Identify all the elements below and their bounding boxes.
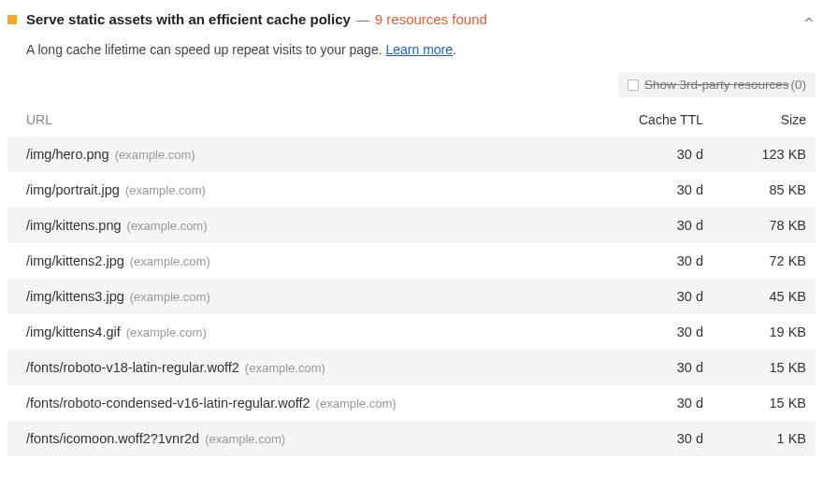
column-header-size[interactable]: Size xyxy=(703,112,806,127)
third-party-count: (0) xyxy=(791,78,807,92)
cell-url: /img/kittens3.jpg(example.com) xyxy=(26,289,591,304)
table-row[interactable]: /img/portrait.jpg(example.com)30 d85 KB xyxy=(7,172,816,208)
url-domain: (example.com) xyxy=(245,361,325,375)
audit-title: Serve static assets with an efficient ca… xyxy=(26,11,351,27)
cell-size: 123 KB xyxy=(703,147,806,162)
table-row[interactable]: /img/kittens4.gif(example.com)30 d19 KB xyxy=(7,314,816,350)
table-row[interactable]: /fonts/icomoon.woff2?1vnr2d(example.com)… xyxy=(7,421,816,456)
cell-size: 1 KB xyxy=(703,431,806,446)
cell-ttl: 30 d xyxy=(591,396,703,410)
url-path: /fonts/roboto-v18-latin-regular.woff2 xyxy=(26,360,239,375)
url-path: /img/kittens4.gif xyxy=(26,324,121,339)
third-party-label: Show 3rd-party resources xyxy=(644,78,789,92)
cell-ttl: 30 d xyxy=(591,182,703,197)
cell-ttl: 30 d xyxy=(591,289,703,304)
cell-size: 72 KB xyxy=(703,253,806,268)
table-body: /img/hero.png(example.com)30 d123 KB/img… xyxy=(7,137,816,456)
table-header: URL Cache TTL Size xyxy=(7,103,816,137)
table-row[interactable]: /img/kittens.png(example.com)30 d78 KB xyxy=(7,208,816,243)
cell-ttl: 30 d xyxy=(591,360,703,375)
cell-url: /fonts/roboto-condensed-v16-latin-regula… xyxy=(26,396,591,410)
url-domain: (example.com) xyxy=(115,148,195,162)
url-path: /img/kittens.png xyxy=(26,218,122,233)
checkbox-icon xyxy=(628,79,639,91)
cell-url: /img/portrait.jpg(example.com) xyxy=(26,182,591,197)
url-domain: (example.com) xyxy=(130,254,210,268)
url-domain: (example.com) xyxy=(130,290,210,304)
audit-description-period: . xyxy=(453,42,456,57)
audit-description-text: A long cache lifetime can speed up repea… xyxy=(26,42,385,57)
learn-more-link[interactable]: Learn more xyxy=(385,42,453,57)
resources-table: URL Cache TTL Size /img/hero.png(example… xyxy=(7,103,816,456)
url-path: /img/hero.png xyxy=(26,147,109,162)
separator-dash: — xyxy=(351,12,375,27)
audit-header[interactable]: Serve static assets with an efficient ca… xyxy=(7,7,816,36)
cell-size: 15 KB xyxy=(703,360,806,375)
cell-size: 19 KB xyxy=(703,324,806,339)
table-row[interactable]: /fonts/roboto-condensed-v16-latin-regula… xyxy=(7,385,816,421)
chevron-up-icon xyxy=(802,13,816,26)
severity-badge-icon xyxy=(7,15,17,24)
url-domain: (example.com) xyxy=(316,396,397,410)
cell-url: /fonts/icomoon.woff2?1vnr2d(example.com) xyxy=(26,431,591,446)
cell-url: /fonts/roboto-v18-latin-regular.woff2(ex… xyxy=(26,360,591,375)
cell-ttl: 30 d xyxy=(591,147,703,162)
column-header-url[interactable]: URL xyxy=(26,112,591,127)
url-domain: (example.com) xyxy=(205,432,285,446)
table-row[interactable]: /img/hero.png(example.com)30 d123 KB xyxy=(7,137,816,172)
audit-resource-count: 9 resources found xyxy=(375,11,487,27)
cell-url: /img/kittens.png(example.com) xyxy=(26,218,591,233)
cell-url: /img/kittens2.jpg(example.com) xyxy=(26,253,591,268)
url-path: /fonts/icomoon.woff2?1vnr2d xyxy=(26,431,199,446)
url-domain: (example.com) xyxy=(126,325,207,339)
cell-ttl: 30 d xyxy=(591,431,703,446)
cell-size: 85 KB xyxy=(703,182,806,197)
cell-url: /img/hero.png(example.com) xyxy=(26,147,591,162)
audit-description: A long cache lifetime can speed up repea… xyxy=(7,36,816,70)
third-party-filter-row: Show 3rd-party resources (0) xyxy=(7,70,816,103)
cell-ttl: 30 d xyxy=(591,218,703,233)
url-path: /img/kittens2.jpg xyxy=(26,253,124,268)
table-row[interactable]: /fonts/roboto-v18-latin-regular.woff2(ex… xyxy=(7,350,816,385)
url-path: /img/portrait.jpg xyxy=(26,182,120,197)
column-header-ttl[interactable]: Cache TTL xyxy=(591,112,703,127)
url-domain: (example.com) xyxy=(127,219,208,233)
url-path: /fonts/roboto-condensed-v16-latin-regula… xyxy=(26,396,310,410)
cell-ttl: 30 d xyxy=(591,253,703,268)
table-row[interactable]: /img/kittens2.jpg(example.com)30 d72 KB xyxy=(7,243,816,279)
cell-size: 15 KB xyxy=(703,396,806,410)
url-path: /img/kittens3.jpg xyxy=(26,289,124,304)
cell-url: /img/kittens4.gif(example.com) xyxy=(26,324,591,339)
cell-size: 78 KB xyxy=(703,218,806,233)
cell-ttl: 30 d xyxy=(591,324,703,339)
audit-panel: Serve static assets with an efficient ca… xyxy=(0,7,823,456)
third-party-toggle[interactable]: Show 3rd-party resources (0) xyxy=(618,72,816,97)
url-domain: (example.com) xyxy=(125,183,206,197)
table-row[interactable]: /img/kittens3.jpg(example.com)30 d45 KB xyxy=(7,279,816,314)
cell-size: 45 KB xyxy=(703,289,806,304)
